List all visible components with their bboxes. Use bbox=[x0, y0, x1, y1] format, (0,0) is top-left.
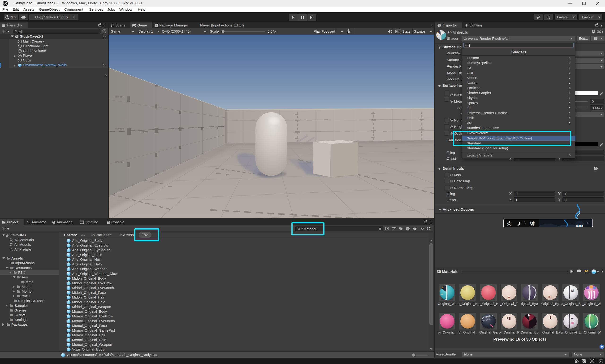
svg-text:1METER: 1METER bbox=[115, 128, 124, 131]
svg-text:M: M bbox=[571, 289, 574, 293]
svg-text:M: M bbox=[571, 317, 573, 321]
svg-text:1METER: 1METER bbox=[115, 160, 124, 163]
svg-text:A: A bbox=[437, 35, 438, 37]
svg-text:1METER: 1METER bbox=[115, 96, 124, 99]
svg-text:A: A bbox=[441, 293, 443, 295]
svg-text:?: ? bbox=[593, 30, 594, 33]
svg-text:?: ? bbox=[595, 167, 597, 170]
svg-text:1METER: 1METER bbox=[141, 131, 148, 133]
